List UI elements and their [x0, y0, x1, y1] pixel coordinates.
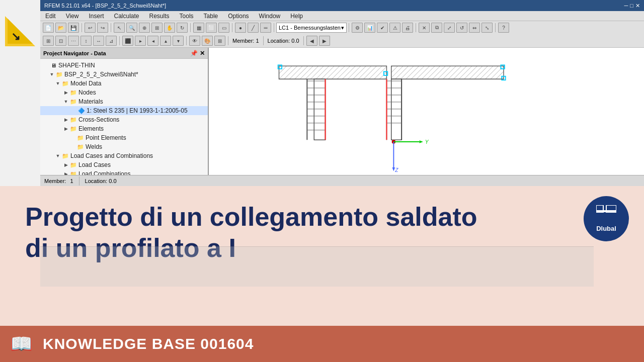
- help-btn[interactable]: ?: [498, 23, 509, 33]
- nav-back-btn[interactable]: ◀: [306, 36, 317, 46]
- view3d-btn[interactable]: ▦: [193, 23, 204, 33]
- cross-sections-icon: 📁: [69, 116, 77, 124]
- menu-options[interactable]: Options: [223, 12, 254, 21]
- tree-welds[interactable]: 📁 Welds: [40, 142, 208, 151]
- viewport[interactable]: Y Z: [209, 48, 644, 175]
- pan-btn[interactable]: ✋: [164, 23, 175, 33]
- knowledge-base-bar: 📖 KNOWLEDGE BASE 001604: [0, 326, 644, 362]
- menu-results[interactable]: Results: [144, 12, 175, 21]
- calc-btn[interactable]: ⚙: [352, 23, 363, 33]
- materials-icon: 📁: [69, 98, 77, 106]
- expander-welds[interactable]: [69, 143, 76, 150]
- warning-btn[interactable]: ⚠: [389, 23, 400, 33]
- line-btn[interactable]: ╱: [248, 23, 259, 33]
- menu-tools[interactable]: Tools: [175, 12, 199, 21]
- minimize-button[interactable]: ─: [624, 3, 628, 9]
- expander-steel[interactable]: [70, 107, 77, 114]
- node-btn[interactable]: ●: [235, 23, 246, 33]
- view-side-btn[interactable]: ▭: [218, 23, 229, 33]
- restore-button[interactable]: □: [630, 3, 633, 9]
- tree-steel[interactable]: 🔷 1: Steel S 235 | EN 1993-1-1:2005-05: [40, 106, 208, 115]
- expander-load-combinations[interactable]: ▶: [62, 170, 69, 175]
- expander-cross-sections[interactable]: ▶: [62, 116, 69, 123]
- new-btn[interactable]: 📄: [43, 23, 54, 33]
- grid-btn[interactable]: ⊞: [214, 36, 225, 46]
- expander-load-cases-comb[interactable]: ▼: [54, 152, 61, 159]
- expander-nodes[interactable]: ▶: [62, 89, 69, 96]
- tree-cross-sections[interactable]: ▶ 📁 Cross-Sections: [40, 115, 208, 124]
- tree-project[interactable]: ▼ 📁 BSP_2_5_2_SchweißNaht*: [40, 70, 208, 79]
- save-btn[interactable]: 💾: [68, 23, 79, 33]
- tree-load-combinations[interactable]: ▶ 📁 Load Combinations: [40, 169, 208, 175]
- faded-table: [40, 246, 594, 287]
- nav-fwd-btn[interactable]: ▶: [319, 36, 330, 46]
- color-btn[interactable]: 🎨: [202, 36, 213, 46]
- delete-btn[interactable]: ✕: [419, 23, 430, 33]
- tree-nodes[interactable]: ▶ 📁 Nodes: [40, 88, 208, 97]
- rotate-btn[interactable]: ↻: [177, 23, 188, 33]
- welds-icon: 📁: [76, 143, 85, 151]
- undo-btn[interactable]: ↩: [85, 23, 96, 33]
- cross-sections-label: Cross-Sections: [78, 116, 119, 123]
- move-btn[interactable]: ⤢: [444, 23, 455, 33]
- zoom-btn3[interactable]: ⊞: [151, 23, 163, 33]
- menu-table[interactable]: Table: [199, 12, 223, 21]
- menu-view[interactable]: View: [61, 12, 84, 21]
- result-btn[interactable]: 📊: [364, 23, 375, 33]
- menu-insert[interactable]: Insert: [84, 12, 109, 21]
- redo-btn[interactable]: ↪: [97, 23, 108, 33]
- tb2-btn4[interactable]: ↕: [80, 36, 92, 46]
- lc-dropdown[interactable]: LC1 - Bemessungslasten ▾: [276, 23, 347, 33]
- tree-model-data[interactable]: ▼ 📁 Model Data: [40, 79, 208, 88]
- dropdown-arrow-icon: ▾: [341, 25, 344, 31]
- svg-rect-7: [391, 66, 504, 79]
- menu-edit[interactable]: Edit: [40, 12, 61, 21]
- tb2-btn9[interactable]: ◂: [147, 36, 158, 46]
- expander-shape-thin[interactable]: [42, 62, 49, 69]
- nav-close-btn[interactable]: ✕: [200, 50, 205, 57]
- mirror-btn[interactable]: ⇔: [469, 23, 480, 33]
- main-body: Project Navigator - Data 📌 ✕ 🖥 SHAPE-THI…: [40, 48, 644, 175]
- print-btn[interactable]: 🖨: [402, 23, 413, 33]
- member-btn[interactable]: ═: [260, 23, 271, 33]
- tb2-btn11[interactable]: ▾: [173, 36, 184, 46]
- tb2-btn6[interactable]: ⊿: [106, 36, 117, 46]
- zoom-in-btn[interactable]: 🔍: [126, 23, 137, 33]
- view-top-btn[interactable]: ⬜: [206, 23, 217, 33]
- copy-btn[interactable]: ⧉: [431, 23, 442, 33]
- tree-materials[interactable]: ▼ 📁 Materials: [40, 97, 208, 106]
- menu-calculate[interactable]: Calculate: [109, 12, 144, 21]
- tree-point-elements[interactable]: 📁 Point Elements: [40, 133, 208, 142]
- rotate2-btn[interactable]: ↺: [456, 23, 467, 33]
- menu-help[interactable]: Help: [285, 12, 308, 21]
- svg-text:Z: Z: [394, 167, 398, 173]
- expander-project[interactable]: ▼: [48, 71, 55, 78]
- tb2-btn3[interactable]: ⋯: [68, 36, 79, 46]
- nav-pin-btn[interactable]: 📌: [190, 50, 198, 57]
- tree-load-cases-combinations[interactable]: ▼ 📁 Load Cases and Combinations: [40, 151, 208, 160]
- tb2-btn5[interactable]: ↔: [93, 36, 104, 46]
- tree-elements[interactable]: ▶ 📁 Elements: [40, 124, 208, 133]
- tb2-btn10[interactable]: ▴: [160, 36, 171, 46]
- open-btn[interactable]: 📂: [55, 23, 66, 33]
- check-btn[interactable]: ✔: [377, 23, 388, 33]
- expander-elements[interactable]: ▶: [62, 125, 69, 132]
- tb2-btn2[interactable]: ⊡: [55, 36, 66, 46]
- cursor-btn[interactable]: ↖: [114, 23, 125, 33]
- load-combinations-icon: 📁: [69, 170, 77, 175]
- display-btn[interactable]: 👁: [189, 36, 200, 46]
- expander-point-elements[interactable]: [69, 134, 76, 141]
- tree-root-shape-thin[interactable]: 🖥 SHAPE-THIN: [40, 61, 208, 70]
- scale-btn[interactable]: ⤡: [481, 23, 493, 33]
- tree-load-cases[interactable]: ▶ 📁 Load Cases: [40, 160, 208, 169]
- zoom-btn2[interactable]: ⊕: [139, 23, 150, 33]
- close-button[interactable]: ✕: [635, 3, 640, 9]
- expander-load-cases[interactable]: ▶: [62, 161, 69, 168]
- expander-materials[interactable]: ▼: [62, 98, 69, 105]
- tb2-btn1[interactable]: ⊞: [43, 36, 54, 46]
- expander-model-data[interactable]: ▼: [54, 80, 61, 87]
- tb2-btn7[interactable]: ⬛: [122, 36, 133, 46]
- load-cases-icon: 📁: [69, 161, 77, 169]
- tb2-btn8[interactable]: ▸: [135, 36, 146, 46]
- menu-window[interactable]: Window: [254, 12, 286, 21]
